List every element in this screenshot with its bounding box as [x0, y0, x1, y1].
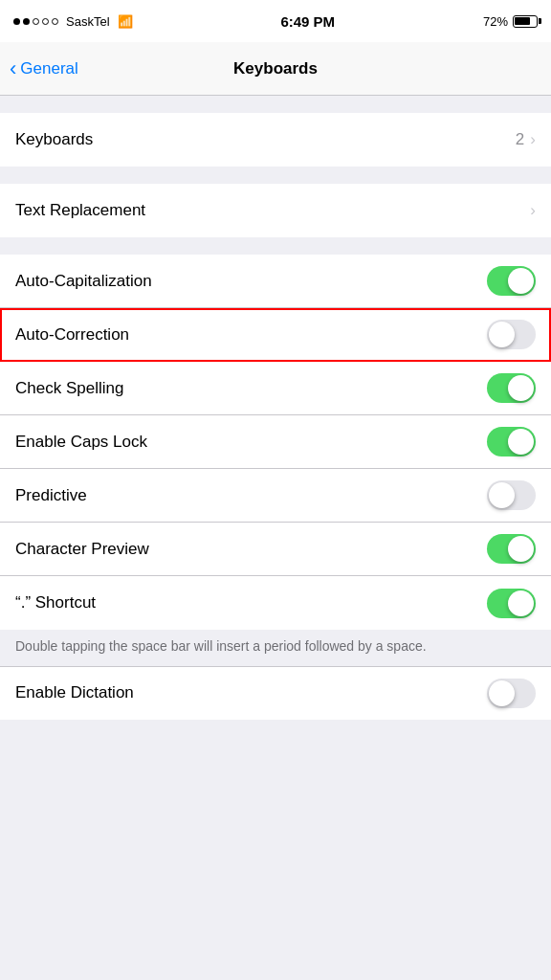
toggle-thumb-check-spelling	[508, 375, 534, 401]
battery-percent: 72%	[483, 14, 508, 29]
row-label-keyboards: Keyboards	[15, 130, 93, 149]
toggle-thumb-enable-dictation	[489, 680, 515, 706]
carrier-label: SaskTel	[66, 14, 110, 29]
section-toggles: Auto-Capitalization Auto-Correction Chec…	[0, 255, 551, 630]
status-right: 72%	[483, 14, 538, 29]
battery-icon	[513, 15, 538, 28]
toggle-thumb-predictive	[489, 482, 515, 508]
toggle-auto-capitalization[interactable]	[487, 266, 536, 296]
section-text-replacement: Text Replacement ›	[0, 184, 551, 237]
dot2	[23, 18, 30, 25]
label-check-spelling: Check Spelling	[15, 379, 123, 398]
wifi-icon: 📶	[118, 14, 133, 29]
dot5	[52, 18, 58, 25]
row-predictive[interactable]: Predictive	[0, 469, 551, 523]
page-title: Keyboards	[233, 59, 318, 78]
row-keyboards[interactable]: Keyboards 2 ›	[0, 113, 551, 167]
back-button[interactable]: ‹ General	[10, 58, 78, 79]
row-text-replacement[interactable]: Text Replacement ›	[0, 184, 551, 237]
label-enable-dictation: Enable Dictation	[15, 683, 134, 702]
section-keyboards: Keyboards 2 ›	[0, 113, 551, 167]
section-note: Double tapping the space bar will insert…	[0, 630, 551, 666]
row-label-text-replacement: Text Replacement	[15, 201, 145, 220]
label-auto-correction: Auto-Correction	[15, 325, 129, 345]
section-note-text: Double tapping the space bar will insert…	[15, 638, 427, 654]
row-right-text-replacement: ›	[530, 201, 536, 220]
signal-dots	[13, 18, 58, 25]
nav-bar: ‹ General Keyboards	[0, 42, 551, 96]
label-character-preview: Character Preview	[15, 540, 149, 559]
dot3	[33, 18, 39, 25]
battery-icon-container	[513, 15, 538, 28]
status-left: SaskTel 📶	[13, 14, 133, 29]
chevron-icon-text-replacement: ›	[530, 201, 536, 220]
toggle-thumb-enable-caps-lock	[508, 429, 534, 455]
toggle-predictive[interactable]	[487, 480, 536, 510]
row-auto-correction[interactable]: Auto-Correction	[0, 308, 551, 362]
row-check-spelling[interactable]: Check Spelling	[0, 362, 551, 415]
section-gap-2	[0, 167, 551, 184]
row-enable-caps-lock[interactable]: Enable Caps Lock	[0, 415, 551, 469]
label-enable-caps-lock: Enable Caps Lock	[15, 433, 147, 452]
status-time: 6:49 PM	[280, 13, 335, 30]
row-auto-capitalization[interactable]: Auto-Capitalization	[0, 255, 551, 308]
toggle-character-preview[interactable]	[487, 534, 536, 564]
dot4	[42, 18, 49, 25]
toggle-thumb-auto-correction	[489, 322, 515, 347]
row-right-keyboards: 2 ›	[516, 130, 536, 149]
dot1	[13, 18, 20, 25]
chevron-icon-keyboards: ›	[530, 130, 536, 149]
toggle-auto-correction[interactable]	[487, 320, 536, 349]
row-period-shortcut[interactable]: “.” Shortcut	[0, 576, 551, 630]
back-arrow-icon: ‹	[10, 58, 16, 79]
toggle-thumb-character-preview	[508, 536, 534, 562]
toggle-thumb-auto-capitalization	[508, 268, 534, 294]
status-bar: SaskTel 📶 6:49 PM 72%	[0, 0, 551, 42]
toggle-enable-caps-lock[interactable]	[487, 427, 536, 457]
section-gap-3	[0, 237, 551, 255]
label-auto-capitalization: Auto-Capitalization	[15, 272, 152, 291]
row-enable-dictation[interactable]: Enable Dictation	[0, 666, 551, 720]
toggle-enable-dictation[interactable]	[487, 679, 536, 708]
battery-fill	[515, 17, 529, 25]
toggle-period-shortcut[interactable]	[487, 589, 536, 618]
section-gap-1	[0, 96, 551, 113]
label-predictive: Predictive	[15, 486, 87, 505]
toggle-check-spelling[interactable]	[487, 373, 536, 403]
keyboards-count: 2	[516, 130, 524, 149]
row-character-preview[interactable]: Character Preview	[0, 523, 551, 576]
label-period-shortcut: “.” Shortcut	[15, 593, 96, 612]
back-label: General	[20, 59, 77, 78]
toggle-thumb-period-shortcut	[508, 590, 534, 616]
section-enable-dictation: Enable Dictation	[0, 666, 551, 720]
